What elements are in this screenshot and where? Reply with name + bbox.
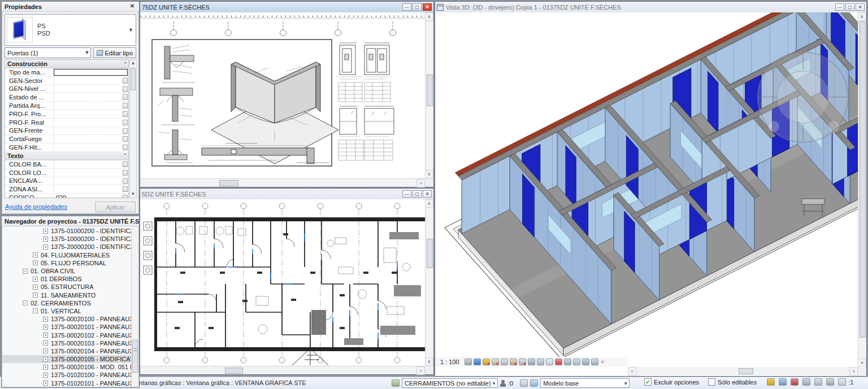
scale-button[interactable]: 1 : 100 [440,359,459,365]
editing-requests-icon[interactable] [500,380,506,387]
property-more-button[interactable] [123,170,128,176]
collapse-section-icon[interactable]: ⌃ [123,62,126,67]
scroll-right-icon[interactable]: > [416,366,425,375]
tree-item[interactable]: +04. FLUJOMATERIALES [2,251,131,259]
temporary-view-properties-icon[interactable] [573,359,580,365]
scroll-right-icon[interactable]: > [416,179,425,187]
expand-icon[interactable]: + [43,340,48,346]
select-underlay-icon[interactable] [779,378,787,386]
property-value[interactable] [54,77,128,85]
tree-item[interactable]: +1375-00020103 - PANNEAUX VE [2,339,131,347]
drag-on-selection-icon[interactable] [814,378,822,386]
tree-item[interactable]: −01. OBRA CIVIL [2,267,131,275]
type-selector[interactable]: PS PSD ▼ [5,14,136,46]
tree-item[interactable]: +1375-01000200 - IDENTIFICATIO [2,227,131,235]
select-by-face-icon[interactable] [802,378,810,386]
scroll-up-icon[interactable]: ∧ [858,12,866,21]
instance-filter-select[interactable]: Puertas (1) ▼ [5,47,91,58]
collapse-icon[interactable]: − [23,269,28,274]
apply-button[interactable]: Aplicar [95,202,136,212]
scroll-up-icon[interactable]: ▲ [130,60,136,67]
tree-item[interactable]: −01. VERTICAL [2,307,131,315]
tree-item[interactable]: +01 DERRIBOS [2,275,131,283]
property-more-button[interactable] [123,128,128,134]
maximize-icon[interactable]: ▢ [845,3,854,11]
property-value[interactable] [54,85,128,93]
property-value[interactable]: 020 [54,194,128,198]
expand-icon[interactable]: + [43,365,48,370]
minimize-icon[interactable]: — [402,3,411,11]
sun-path-icon[interactable] [483,359,490,365]
tree-item[interactable]: +1375-01020101 - PANNEAUX VE [2,379,131,387]
tree-item[interactable]: +05. FLUJO PERSONAL [2,259,131,267]
expand-icon[interactable]: + [33,252,38,257]
worksets-icon[interactable] [392,379,400,387]
expand-icon[interactable]: + [43,229,48,234]
property-more-button[interactable] [123,136,128,142]
view3d-vscrollbar[interactable]: ∧ ∨ [858,12,866,367]
crop-view-icon[interactable] [510,359,517,365]
expand-icon[interactable]: + [43,317,48,322]
browser-scrollbar[interactable] [131,227,138,387]
property-more-button[interactable] [123,103,128,108]
property-value[interactable] [54,185,128,193]
property-value[interactable] [54,143,128,151]
view3d-window-titlebar[interactable]: Vista 3D: (3D - dovejero) Copia 1 - 0137… [435,2,866,12]
select-pinned-icon[interactable] [791,378,798,386]
scroll-left-icon[interactable]: < [628,367,636,375]
property-more-button[interactable] [123,94,128,100]
tree-item[interactable]: +1375-10000200 - IDENTIFICATIO [2,235,131,243]
sketchy-lines-icon[interactable] [501,359,508,365]
chevron-down-icon[interactable]: ▼ [128,27,133,33]
minimize-icon[interactable]: — [835,3,844,11]
tree-item[interactable]: +11. SANEAMIENTO [2,291,131,299]
property-more-button[interactable] [123,195,128,198]
filter-icon[interactable] [838,378,846,386]
sheet-vscrollbar[interactable]: ∧ ∨ [425,12,433,178]
close-icon[interactable]: ✕ [423,190,432,198]
close-icon[interactable]: ✕ [856,3,865,11]
settings-icon[interactable] [826,378,834,386]
scroll-down-icon[interactable]: ∨ [425,170,433,178]
scroll-down-icon[interactable]: ▼ [130,191,136,198]
property-more-button[interactable] [123,178,128,184]
properties-help-link[interactable]: Ayuda de propiedades [5,203,67,210]
scroll-down-icon[interactable]: ∨ [425,357,433,366]
expand-icon[interactable]: + [43,373,48,378]
show-rendering-dialog-icon[interactable] [465,359,472,365]
scroll-right-icon[interactable]: > [849,367,858,375]
collapse-icon[interactable]: − [23,300,28,305]
close-icon[interactable]: ✕ [128,3,136,10]
property-more-button[interactable] [123,161,128,167]
tree-item[interactable]: +1375-00020105 - MODIFICATION [2,355,131,363]
reveal-hidden-elements-icon[interactable] [555,359,562,365]
tree-item[interactable]: +1375-01020100 - PANNEAUX VE [2,371,131,379]
property-value[interactable] [54,127,128,135]
scroll-up-icon[interactable]: ∧ [425,12,433,21]
analytical-model-icon[interactable] [582,359,589,365]
tree-item[interactable]: +1375-00020100 - PANNEAUX VE [2,315,131,323]
expand-icon[interactable]: + [43,237,48,242]
exclude-options-checkbox[interactable]: ✓ [644,378,652,386]
expand-icon[interactable]: + [33,285,38,290]
property-value[interactable] [54,135,128,143]
only-editable-checkbox[interactable]: ✓ [708,378,715,386]
expand-icon[interactable]: + [43,381,48,386]
property-more-button[interactable] [123,186,128,192]
expand-icon[interactable]: + [43,357,48,362]
view3d-hscrollbar[interactable]: < > [628,367,858,375]
sheet-view[interactable] [141,12,426,178]
maximize-icon[interactable]: ▢ [413,190,422,198]
worksharing-display-icon[interactable] [520,379,528,387]
sheet-window-titlebar[interactable]: 75DZ UNITÉ F.SÈCHES — ▢ ✕ [140,2,433,12]
expand-icon[interactable]: + [43,348,48,353]
edit-type-button[interactable]: Editar tipo [93,47,136,58]
plan-view[interactable] [141,199,426,366]
tree-item[interactable]: +1375-00020106 - MOD. 051 ET V [2,363,131,371]
tree-item[interactable]: +1375-00020102 - PANNEAUX VE [2,331,131,339]
scroll-down-icon[interactable]: ∨ [858,359,866,367]
property-more-button[interactable] [123,120,128,125]
plan-hscrollbar[interactable]: > [140,366,425,374]
worksharing-display-icon[interactable] [564,359,571,365]
property-value-input[interactable] [54,69,128,76]
